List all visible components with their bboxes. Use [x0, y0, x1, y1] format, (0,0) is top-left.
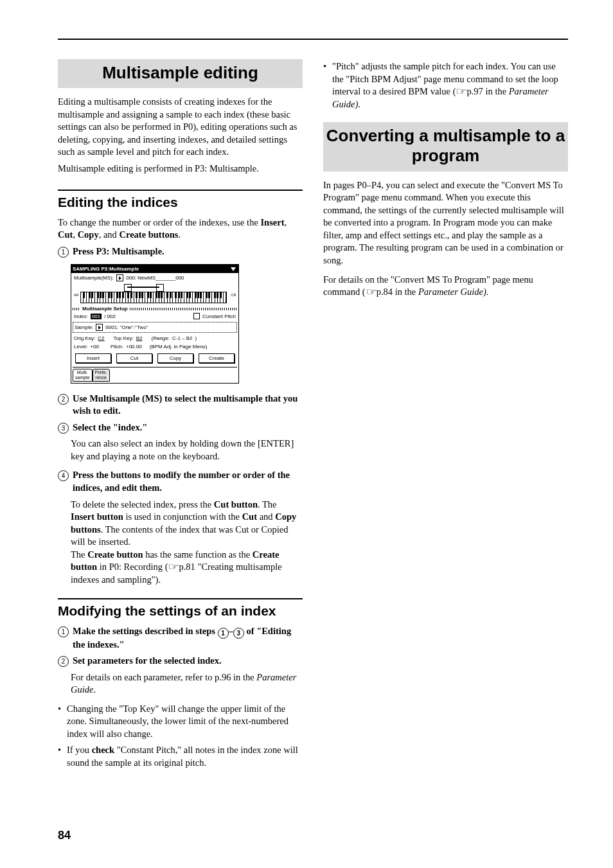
- bpm-note: (BPM Adj. in Page Menu): [150, 344, 208, 350]
- b: check: [92, 745, 114, 755]
- t: .: [358, 99, 360, 109]
- step-1: 1 Press P3: Multisample.: [58, 245, 303, 258]
- ss-key-row: Orig.Key: C2 Top Key: B2 (Range: C-1 – B…: [71, 334, 238, 342]
- index-value[interactable]: 001: [91, 314, 102, 319]
- b: Cut: [242, 511, 257, 522]
- decoration: [130, 308, 237, 310]
- step-text: Press P3: Multisample.: [73, 245, 164, 258]
- zone-marker[interactable]: [124, 284, 132, 292]
- bullet-constant-pitch: If you check "Constant Pitch," all notes…: [58, 744, 303, 769]
- popup-icon[interactable]: [96, 324, 103, 331]
- tab-preference[interactable]: Prefe- rence: [93, 369, 110, 381]
- keyboard-graphic[interactable]: [80, 292, 227, 303]
- bold: Insert: [260, 217, 284, 227]
- banner-title: Multisample editing: [60, 63, 300, 83]
- level-value[interactable]: +00: [90, 344, 99, 350]
- topkey-label: Top Key:: [114, 335, 134, 341]
- ss-level-row: Level: +00 Pitch: +00.00 (BPM Adj. in Pa…: [71, 342, 238, 351]
- origkey-label: Orig.Key:: [74, 335, 95, 341]
- step-number-icon: 2: [58, 394, 69, 405]
- sample-value[interactable]: 0001: "One"-"Two": [105, 324, 148, 330]
- kbd-left-label: A0: [74, 293, 78, 297]
- t: in P0: Recording (: [97, 562, 168, 572]
- t: . The: [258, 499, 277, 509]
- t: has the same function as the: [143, 549, 253, 560]
- create-button[interactable]: Create: [199, 353, 235, 363]
- text: .: [178, 229, 181, 240]
- t: and: [257, 511, 275, 522]
- ss-title-label: SAMPLING P3:Multisample: [73, 266, 139, 272]
- constant-pitch-checkbox[interactable]: [193, 313, 200, 319]
- stepb-1: 1 Make the settings described in steps 1…: [58, 625, 303, 651]
- text: , and: [99, 229, 120, 240]
- intro-paragraph-2: Multisample editing is performed in P3: …: [58, 163, 303, 175]
- tab-label: Prefe-: [95, 370, 107, 375]
- step-2: 2 Use Multisample (MS) to select the mul…: [58, 393, 303, 418]
- bullet-list-left: Changing the "Top Key" will change the u…: [58, 703, 303, 770]
- t: If you: [67, 745, 92, 755]
- decoration: [73, 308, 80, 310]
- bold: Copy: [78, 229, 99, 240]
- bullet-list-right-top: "Pitch" adjusts the sample pitch for eac…: [323, 60, 568, 111]
- heading-rule: [58, 190, 303, 191]
- step-number-icon: 1: [58, 626, 69, 637]
- tab-label: Multi-: [77, 370, 88, 375]
- right-column: "Pitch" adjusts the sample pitch for eac…: [323, 59, 568, 774]
- device-screenshot: SAMPLING P3:Multisample Multisample(MS):…: [71, 264, 239, 383]
- range-value: C-1 – B2: [172, 335, 193, 341]
- kbd-right-label: C8: [231, 293, 236, 297]
- zone-marker[interactable]: [156, 284, 164, 292]
- t: . The contents of the index that was Cut…: [71, 524, 288, 547]
- insert-button[interactable]: Insert: [75, 353, 111, 363]
- topkey-value[interactable]: B2: [136, 335, 143, 341]
- zone-bar: [127, 287, 159, 288]
- popup-icon[interactable]: [116, 274, 123, 281]
- step-text: Set parameters for the selected index.: [73, 655, 222, 668]
- ss-keyboard[interactable]: A0 C8: [74, 284, 236, 302]
- section-banner-multisample-editing: Multisample editing: [58, 59, 303, 88]
- tab-label: sample: [75, 375, 90, 380]
- dropdown-icon[interactable]: [231, 267, 236, 271]
- step-number-icon: 2: [58, 656, 69, 667]
- bold: Create buttons: [119, 229, 178, 240]
- range-label: (Range:: [152, 335, 170, 341]
- i: Parameter Guide): [418, 287, 486, 297]
- banner-title: Converting a multisample to a program: [326, 126, 565, 166]
- step-text: Make the settings described in steps 1–3…: [73, 625, 303, 651]
- t: .: [486, 287, 489, 297]
- copy-button[interactable]: Copy: [157, 353, 193, 363]
- ss-button-row: Insert Cut Copy Create: [71, 351, 238, 367]
- index-total: / 002: [104, 314, 116, 319]
- t: For details on each parameter, refer to …: [71, 672, 256, 682]
- t: –: [229, 626, 233, 636]
- crossref-icon: ☞: [366, 286, 377, 299]
- origkey-value[interactable]: C2: [98, 335, 104, 341]
- t: Make the settings described in steps: [73, 626, 218, 636]
- two-column-layout: Multisample editing Editing a multisampl…: [58, 59, 568, 774]
- pitch-value[interactable]: +00.00: [126, 344, 142, 350]
- stepb-2-body: For details on each parameter, refer to …: [71, 671, 303, 696]
- ss-titlebar: SAMPLING P3:Multisample: [71, 265, 238, 273]
- sample-label: Sample:: [75, 324, 93, 330]
- t: p.84 in the: [377, 287, 418, 297]
- step-3: 3 Select the "index.": [58, 421, 303, 434]
- heading-modifying-index: Modifying the settings of an index: [58, 603, 303, 619]
- tab-label: rence: [95, 375, 107, 380]
- ss-sample-box: Sample: 0001: "One"-"Two": [73, 322, 237, 333]
- tab-multisample[interactable]: Multi- sample: [73, 369, 93, 381]
- ss-tab-row: Multi- sample Prefe- rence: [71, 368, 238, 382]
- ss-sample-row: Sample: 0001: "One"-"Two": [75, 324, 235, 331]
- t: .: [93, 684, 96, 695]
- step-text: Select the "index.": [73, 421, 147, 434]
- level-label: Level:: [74, 344, 87, 350]
- step-text: Press the buttons to modify the number o…: [73, 469, 303, 494]
- text: ,: [73, 229, 77, 240]
- ss-ms-value[interactable]: 000: NewMS_______000: [126, 275, 184, 281]
- t: p.97 in the: [466, 86, 508, 96]
- text: ,: [285, 217, 287, 227]
- cut-button[interactable]: Cut: [116, 353, 152, 363]
- heading-editing-indices: Editing the indices: [58, 195, 303, 210]
- b: Create button: [87, 549, 143, 560]
- ss-ms-row: Multisample(MS): 000: NewMS_______000: [71, 273, 238, 283]
- page-number: 84: [58, 829, 71, 842]
